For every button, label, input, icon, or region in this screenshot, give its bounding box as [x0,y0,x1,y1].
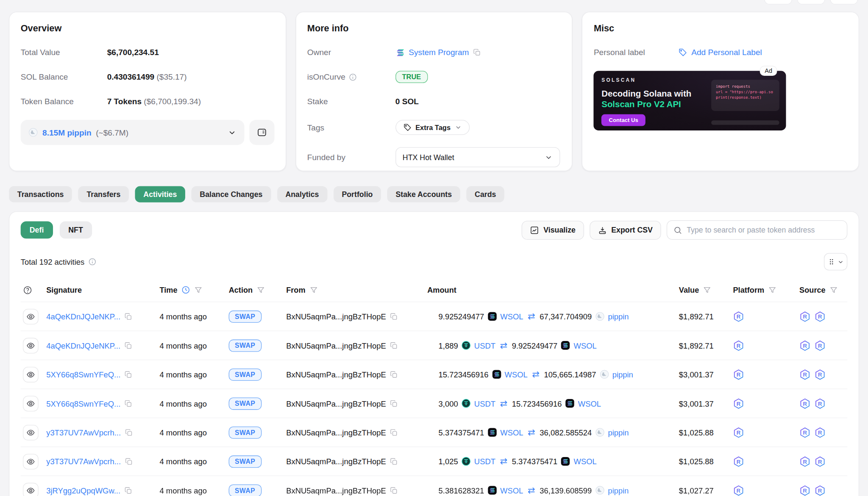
preview-eye-button[interactable] [23,309,39,324]
to-token-link[interactable]: pippin [612,370,633,379]
raydium-platform-icon[interactable] [733,311,744,322]
from-token-link[interactable]: WSOL [505,370,528,379]
raydium-platform-icon[interactable] [733,398,744,409]
signature-link[interactable]: 5XY66q8SwnYFeQ... [46,370,120,379]
export-csv-button[interactable]: Export CSV [590,221,661,240]
to-token-link[interactable]: pippin [608,486,629,495]
signature-link[interactable]: 4aQeKDnJQJeNKP... [46,341,120,350]
raydium-source-icon[interactable] [799,398,810,409]
from-token-link[interactable]: USDT [474,457,495,466]
copy-icon[interactable] [125,399,132,407]
tab-stake-accounts[interactable]: Stake Accounts [387,186,460,202]
raydium-source-icon[interactable] [799,427,810,438]
filter-icon[interactable] [309,286,318,294]
copy-icon[interactable] [125,371,132,378]
search-input[interactable] [687,226,840,234]
copy-icon[interactable] [390,486,398,494]
signature-link[interactable]: y3T37UV7AwVpcrh... [46,428,121,437]
raydium-source-icon[interactable] [799,456,810,467]
from-address[interactable]: BxNU5aqmPa...jngBzTHopE [286,312,386,321]
signature-link[interactable]: 3jRYgg2uQpqWGw... [46,486,120,495]
defi-filter-button[interactable]: Defi [21,222,53,239]
raydium-platform-icon[interactable] [733,485,744,496]
add-personal-label-link[interactable]: Add Personal Label [691,48,762,57]
raydium-source-icon[interactable] [799,340,810,351]
from-address[interactable]: BxNU5aqmPa...jngBzTHopE [286,428,386,437]
signature-link[interactable]: 4aQeKDnJQJeNKP... [46,312,120,321]
raydium-source-icon[interactable] [799,485,810,496]
raydium-platform-icon[interactable] [733,369,744,380]
info-icon[interactable] [88,258,97,266]
tab-portfolio[interactable]: Portfolio [334,186,381,202]
raydium-source-icon[interactable] [815,456,826,467]
raydium-source-icon[interactable] [815,369,826,380]
raydium-platform-icon[interactable] [733,427,744,438]
to-token-link[interactable]: pippin [608,312,629,321]
filter-icon[interactable] [194,286,203,294]
top-button[interactable] [764,0,792,5]
top-button[interactable] [797,0,825,5]
copy-icon[interactable] [125,428,132,436]
clock-icon[interactable] [181,285,190,294]
ad-banner[interactable]: Ad SOLSCAN Decoding Solana with Solscan … [594,71,786,130]
to-token-link[interactable]: WSOL [578,399,601,408]
owner-link[interactable]: System Program [409,48,469,57]
copy-icon[interactable] [390,371,398,378]
filter-icon[interactable] [829,286,838,294]
portfolio-button[interactable] [249,120,274,145]
signature-link[interactable]: y3T37UV7AwVpcrh... [46,457,121,466]
filter-icon[interactable] [256,286,265,294]
copy-icon[interactable] [390,428,398,436]
raydium-source-icon[interactable] [815,340,826,351]
copy-icon[interactable] [124,341,132,349]
copy-icon[interactable] [390,341,398,349]
raydium-source-icon[interactable] [815,485,826,496]
preview-eye-button[interactable] [23,366,39,382]
from-address[interactable]: BxNU5aqmPa...jngBzTHopE [286,341,386,350]
copy-icon[interactable] [124,486,132,494]
raydium-source-icon[interactable] [815,398,826,409]
contact-us-button[interactable]: Contact Us [601,114,645,126]
raydium-source-icon[interactable] [799,369,810,380]
from-address[interactable]: BxNU5aqmPa...jngBzTHopE [286,457,386,466]
preview-eye-button[interactable] [23,482,39,496]
raydium-platform-icon[interactable] [733,340,744,351]
from-token-link[interactable]: USDT [474,341,495,350]
from-address[interactable]: BxNU5aqmPa...jngBzTHopE [286,370,386,379]
filter-icon[interactable] [768,286,776,294]
preview-eye-button[interactable] [23,338,39,353]
tab-transfers[interactable]: Transfers [78,186,129,202]
raydium-source-icon[interactable] [815,427,826,438]
from-token-link[interactable]: WSOL [500,312,523,321]
preview-eye-button[interactable] [23,454,39,469]
to-token-link[interactable]: WSOL [573,341,596,350]
visualize-button[interactable]: Visualize [522,221,584,240]
tab-balance-changes[interactable]: Balance Changes [192,186,271,202]
info-icon[interactable] [349,73,357,81]
signature-link[interactable]: 5XY66q8SwnYFeQ... [46,399,120,408]
copy-icon[interactable] [390,399,398,407]
preview-eye-button[interactable] [23,396,39,411]
extra-tags-dropdown[interactable]: Extra Tags [395,120,470,135]
copy-icon[interactable] [473,49,481,56]
raydium-source-icon[interactable] [799,311,810,322]
copy-icon[interactable] [125,457,132,465]
tab-analytics[interactable]: Analytics [277,186,327,202]
copy-icon[interactable] [124,313,132,320]
to-token-link[interactable]: pippin [608,428,629,437]
from-token-link[interactable]: USDT [474,399,495,408]
from-token-link[interactable]: WSOL [500,486,523,495]
column-settings-button[interactable] [824,253,847,271]
top-button[interactable] [830,0,858,5]
tab-activities[interactable]: Activities [135,186,185,202]
filter-icon[interactable] [703,286,711,294]
tab-transactions[interactable]: Transactions [9,186,72,202]
from-address[interactable]: BxNU5aqmPa...jngBzTHopE [286,486,386,495]
from-address[interactable]: BxNU5aqmPa...jngBzTHopE [286,399,386,408]
funded-by-select[interactable]: HTX Hot Wallet [395,147,560,167]
raydium-source-icon[interactable] [815,311,826,322]
nft-filter-button[interactable]: NFT [59,222,92,239]
raydium-platform-icon[interactable] [733,456,744,467]
tab-cards[interactable]: Cards [466,186,504,202]
copy-icon[interactable] [390,313,398,320]
